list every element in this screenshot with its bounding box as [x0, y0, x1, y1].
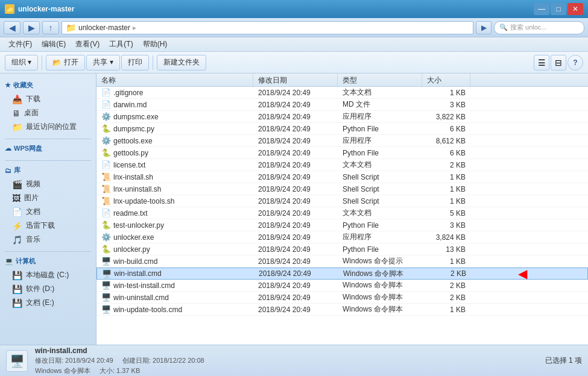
sidebar-item-drive-e[interactable]: 💾 文档 (E:) — [0, 296, 96, 310]
star-icon: ★ — [5, 81, 11, 89]
file-row[interactable]: 📜lnx-install.sh2018/9/24 20:49Shell Scri… — [96, 171, 588, 183]
view-toggle-button[interactable]: ☰ — [534, 55, 549, 70]
menu-view[interactable]: 查看(V) — [71, 38, 104, 51]
file-type-cell: Windows 命令脚本 — [338, 304, 422, 315]
open-icon: 📂 — [52, 58, 62, 67]
col-header-modified[interactable]: 修改日期 — [253, 74, 338, 87]
computer-icon: 💻 — [5, 257, 13, 265]
file-name: unlocker.py — [113, 245, 150, 254]
file-type-cell: Python File — [338, 221, 422, 230]
file-size-cell: 3,824 KB — [422, 233, 470, 242]
sidebar-item-thunder[interactable]: ⚡ 迅雷下载 — [0, 219, 96, 233]
file-list-container: 名称 修改日期 类型 大小 📄.gitignore2018/9/24 20:49… — [96, 74, 588, 345]
window-title: unlocker-master — [18, 5, 74, 13]
file-row[interactable]: 📄readme.txt2018/9/24 20:49文本文档5 KB — [96, 207, 588, 219]
go-button[interactable]: ▶ — [476, 21, 492, 34]
sidebar-item-video[interactable]: 🎬 视频 — [0, 177, 96, 191]
drive-c-icon: 💾 — [12, 271, 22, 280]
file-name-cell: 🐍test-unlocker.py — [96, 220, 253, 230]
menu-edit[interactable]: 编辑(E) — [37, 38, 71, 51]
file-type-cell: Windows 命令脚本 — [338, 268, 423, 280]
menu-help[interactable]: 帮助(H) — [138, 38, 172, 51]
file-row[interactable]: 📄darwin.md2018/9/24 20:49MD 文件3 KB — [96, 99, 588, 111]
thunder-label: 迅雷下载 — [26, 221, 55, 231]
file-icon: ⚙️ — [101, 136, 111, 145]
sidebar-item-documents[interactable]: 📄 文档 — [0, 205, 96, 219]
file-modified-cell: 2018/9/24 20:49 — [253, 281, 338, 290]
sidebar-favorites: ★ 收藏夹 📥 下载 🖥 桌面 📁 最近访问的位置 — [0, 78, 96, 134]
menu-file[interactable]: 文件(F) — [4, 38, 37, 51]
forward-button[interactable]: ▶ — [23, 21, 40, 34]
file-modified-cell: 2018/9/24 20:49 — [253, 245, 338, 254]
file-row[interactable]: 🐍unlocker.py2018/9/24 20:49Python File13… — [96, 243, 588, 255]
back-button[interactable]: ◀ — [4, 21, 21, 34]
cloud-icon: ☁ — [5, 145, 11, 152]
open-button[interactable]: 📂 打开 — [46, 55, 85, 70]
file-row[interactable]: 🖥️win-install.cmd2018/9/24 20:49Windows … — [96, 268, 588, 280]
minimize-button[interactable]: — — [534, 3, 549, 15]
sidebar-item-recent[interactable]: 📁 最近访问的位置 — [0, 120, 96, 134]
video-label: 视频 — [26, 179, 40, 189]
search-box[interactable]: 🔍 搜索 unloc... — [494, 21, 584, 34]
file-type-cell: Windows 命令提示 — [338, 255, 422, 267]
sidebar-item-desktop[interactable]: 🖥 桌面 — [0, 106, 96, 120]
file-row[interactable]: 🐍dumpsmc.py2018/9/24 20:49Python File6 K… — [96, 123, 588, 135]
file-name-cell: 🖥️win-test-install.cmd — [96, 280, 253, 290]
col-header-name[interactable]: 名称 — [96, 74, 253, 87]
file-modified-cell: 2018/9/24 20:49 — [253, 233, 338, 242]
main-content: ★ 收藏夹 📥 下载 🖥 桌面 📁 最近访问的位置 ☁ WPS网盘 — [0, 74, 588, 345]
share-button[interactable]: 共享 ▾ — [86, 55, 119, 70]
file-row[interactable]: 📜lnx-uninstall.sh2018/9/24 20:49Shell Sc… — [96, 183, 588, 195]
file-name-cell: 📄.gitignore — [96, 87, 253, 98]
menu-tools[interactable]: 工具(T) — [104, 38, 138, 51]
address-path[interactable]: 📁 unlocker-master ▸ — [62, 21, 473, 34]
file-icon: 🐍 — [101, 221, 111, 230]
file-row[interactable]: 🖥️win-uninstall.cmd2018/9/24 20:49Window… — [96, 292, 588, 304]
status-info: win-install.cmd 修改日期: 2018/9/24 20:49 创建… — [35, 346, 204, 375]
file-row[interactable]: ⚙️gettools.exe2018/9/24 20:49应用程序8,612 K… — [96, 135, 588, 147]
file-row[interactable]: 📜lnx-update-tools.sh2018/9/24 20:49Shell… — [96, 195, 588, 207]
col-header-size[interactable]: 大小 — [422, 74, 470, 87]
sidebar-computer-header: 💻 计算机 — [0, 254, 96, 268]
file-size-cell: 2 KB — [422, 293, 470, 302]
file-name-cell: 🐍gettools.py — [96, 148, 253, 158]
sidebar-divider-1 — [5, 139, 91, 139]
sidebar-item-drive-d[interactable]: 💾 软件 (D:) — [0, 282, 96, 296]
file-size-cell: 13 KB — [422, 245, 470, 254]
sidebar-wps-header[interactable]: ☁ WPS网盘 — [0, 142, 96, 155]
file-size-cell: 3,822 KB — [422, 112, 470, 122]
sidebar-item-music[interactable]: 🎵 音乐 — [0, 233, 96, 246]
sidebar-item-drive-c[interactable]: 💾 本地磁盘 (C:) — [0, 268, 96, 282]
file-row[interactable]: 🖥️win-build.cmd2018/9/24 20:49Windows 命令… — [96, 255, 588, 268]
file-icon: 📄 — [101, 88, 111, 97]
up-button[interactable]: ↑ — [42, 21, 59, 34]
path-arrow: ▸ — [133, 24, 136, 32]
file-row[interactable]: ⚙️unlocker.exe2018/9/24 20:49应用程序3,824 K… — [96, 231, 588, 243]
organize-button[interactable]: 组织 ▾ — [5, 55, 38, 70]
address-bar: ◀ ▶ ↑ 📁 unlocker-master ▸ ▶ 🔍 搜索 unloc..… — [0, 18, 588, 37]
sidebar-item-pictures[interactable]: 🖼 图片 — [0, 191, 96, 205]
file-list: 📄.gitignore2018/9/24 20:49文本文档1 KB📄darwi… — [96, 87, 588, 345]
new-folder-button[interactable]: 新建文件夹 — [157, 55, 206, 70]
col-header-type[interactable]: 类型 — [338, 74, 422, 87]
file-modified-cell: 2018/9/24 20:49 — [253, 196, 338, 206]
close-button[interactable]: ✕ — [567, 3, 583, 15]
print-button[interactable]: 打印 — [121, 55, 149, 70]
status-filename: win-install.cmd — [35, 346, 204, 355]
file-row[interactable]: 📄license.txt2018/9/24 20:49文本文档2 KB — [96, 159, 588, 171]
file-row[interactable]: 🐍gettools.py2018/9/24 20:49Python File6 … — [96, 147, 588, 159]
help-button[interactable]: ? — [567, 55, 583, 70]
maximize-button[interactable]: □ — [551, 3, 566, 15]
file-row[interactable]: 📄.gitignore2018/9/24 20:49文本文档1 KB — [96, 87, 588, 99]
file-name-cell: 🖥️win-uninstall.cmd — [96, 292, 253, 302]
sidebar: ★ 收藏夹 📥 下载 🖥 桌面 📁 最近访问的位置 ☁ WPS网盘 — [0, 74, 96, 345]
file-row[interactable]: 🖥️win-test-install.cmd2018/9/24 20:49Win… — [96, 280, 588, 292]
preview-pane-button[interactable]: ⊟ — [551, 55, 566, 70]
file-size-cell: 8,612 KB — [422, 136, 470, 146]
file-row[interactable]: 🖥️win-update-tools.cmd2018/9/24 20:49Win… — [96, 304, 588, 316]
file-name: readme.txt — [113, 209, 148, 218]
sidebar-item-downloads[interactable]: 📥 下载 — [0, 92, 96, 106]
file-icon: 🐍 — [101, 124, 111, 133]
file-row[interactable]: 🐍test-unlocker.py2018/9/24 20:49Python F… — [96, 219, 588, 231]
file-row[interactable]: ⚙️dumpsmc.exe2018/9/24 20:49应用程序3,822 KB — [96, 111, 588, 123]
